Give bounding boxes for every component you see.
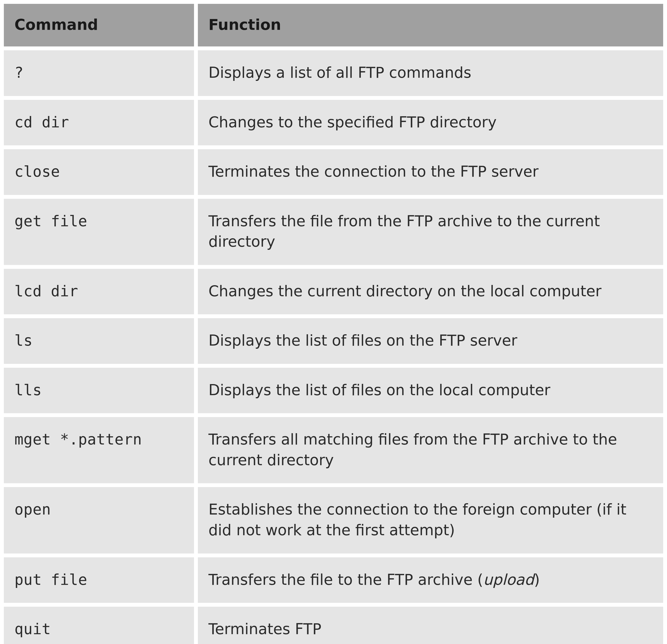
cell-command: lls bbox=[4, 368, 194, 413]
table-row: ? Displays a list of all FTP commands bbox=[4, 50, 663, 96]
cell-function: Transfers the file from the FTP archive … bbox=[198, 199, 663, 265]
table-row: lcd dir Changes the current directory on… bbox=[4, 269, 663, 315]
cell-command: close bbox=[4, 149, 194, 195]
header-command: Command bbox=[4, 4, 194, 47]
table-header-row: Command Function bbox=[4, 4, 663, 47]
cell-function: Displays the list of files on the local … bbox=[198, 368, 663, 413]
cell-command: ls bbox=[4, 318, 194, 364]
table-row: mget *.pattern Transfers all matching fi… bbox=[4, 417, 663, 483]
cell-command: ? bbox=[4, 50, 194, 96]
cell-function: Changes to the specified FTP directory bbox=[198, 100, 663, 146]
cell-function: Terminates FTP bbox=[198, 607, 663, 644]
table-row: ls Displays the list of files on the FTP… bbox=[4, 318, 663, 364]
ftp-commands-table: Command Function ? Displays a list of al… bbox=[0, 0, 667, 644]
cell-command: open bbox=[4, 487, 194, 553]
header-function: Function bbox=[198, 4, 663, 47]
cell-command: put file bbox=[4, 557, 194, 603]
cell-function: Transfers all matching files from the FT… bbox=[198, 417, 663, 483]
table-row: cd dir Changes to the specified FTP dire… bbox=[4, 100, 663, 146]
cell-function: Terminates the connection to the FTP ser… bbox=[198, 149, 663, 195]
cell-command: quit bbox=[4, 607, 194, 644]
cell-function: Transfers the file to the FTP archive (u… bbox=[198, 557, 663, 603]
cell-command: mget *.pattern bbox=[4, 417, 194, 483]
cell-function: Displays a list of all FTP commands bbox=[198, 50, 663, 96]
cell-function: Displays the list of files on the FTP se… bbox=[198, 318, 663, 364]
cell-function: Changes the current directory on the loc… bbox=[198, 269, 663, 315]
cell-command: get file bbox=[4, 199, 194, 265]
ftp-commands-table-container: Command Function ? Displays a list of al… bbox=[0, 0, 667, 644]
table-row: close Terminates the connection to the F… bbox=[4, 149, 663, 195]
table-row: open Establishes the connection to the f… bbox=[4, 487, 663, 553]
cell-command: lcd dir bbox=[4, 269, 194, 315]
table-row: quit Terminates FTP bbox=[4, 607, 663, 644]
cell-command: cd dir bbox=[4, 100, 194, 146]
cell-function: Establishes the connection to the foreig… bbox=[198, 487, 663, 553]
table-row: put file Transfers the file to the FTP a… bbox=[4, 557, 663, 603]
table-row: lls Displays the list of files on the lo… bbox=[4, 368, 663, 413]
table-row: get file Transfers the file from the FTP… bbox=[4, 199, 663, 265]
